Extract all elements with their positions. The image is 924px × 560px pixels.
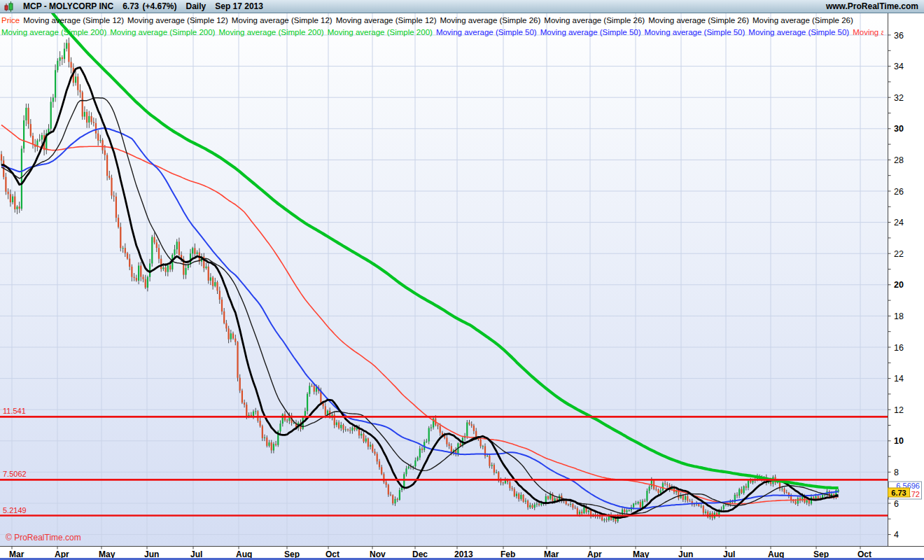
y-axis-label: 30 (894, 124, 904, 134)
candle-up (394, 499, 396, 503)
y-axis-label: 36 (894, 31, 904, 41)
candle-up (336, 422, 337, 425)
candle-up (149, 263, 150, 276)
candle-up (57, 61, 58, 70)
candle-up (176, 241, 178, 249)
x-axis-label: Apr (587, 550, 602, 559)
candle-down (97, 134, 99, 141)
indicator-row2-label-1-3: Moving average (Simple 50) (748, 28, 849, 36)
candle-down (325, 406, 326, 414)
candle-down (437, 425, 438, 426)
candle-down (640, 502, 641, 507)
candle-down (575, 507, 576, 508)
candle-down (601, 517, 603, 521)
candle-up (701, 506, 702, 507)
candle-up (588, 510, 589, 512)
candle-down (566, 501, 567, 505)
candle-up (248, 415, 249, 416)
candle-up (579, 512, 580, 514)
x-axis-label: Aug (768, 550, 784, 559)
candle-up (405, 468, 407, 474)
candle-down (786, 492, 788, 493)
candle-up (536, 504, 538, 505)
y-axis-label: 26 (894, 187, 904, 197)
candle-down (736, 495, 738, 496)
indicator-labels-row-2: Moving average (Simple 200)Moving averag… (1, 27, 883, 38)
candle-up (307, 394, 308, 412)
y-axis-label: 18 (894, 312, 904, 321)
candle-down (311, 386, 312, 386)
symbol-title: MCP - MOLYCORP INC (23, 1, 113, 11)
alert-line-label: 7.5062 (3, 470, 27, 478)
candle-up (205, 267, 206, 268)
candle-up (21, 148, 22, 209)
candle-down (154, 237, 155, 243)
indicator-row2-label-0-1: Moving average (Simple 200) (110, 28, 215, 36)
indicator-row1-label-1-1: Moving average (Simple 12) (127, 16, 228, 24)
candle-down (71, 62, 72, 68)
candle-down (440, 426, 441, 433)
candle-down (262, 426, 263, 438)
candle-down (531, 505, 533, 508)
candle-down (178, 241, 180, 255)
candle-down (460, 443, 461, 445)
candle-down (657, 489, 659, 493)
candle-up (496, 472, 497, 473)
candle-down (260, 421, 261, 426)
candle-down (241, 391, 243, 402)
y-axis-label: 24 (894, 218, 904, 227)
candle-up (360, 434, 362, 436)
indicator-row1-label-1-0: Moving average (Simple 12) (23, 16, 124, 24)
candle-down (79, 90, 80, 92)
x-axis-label: Jun (678, 550, 693, 559)
y-axis-label: 20 (894, 280, 904, 290)
candle-down (219, 290, 220, 300)
candle-down (142, 277, 144, 279)
indicator-row1-label-2-3: Moving average (Simple 26) (752, 16, 853, 24)
candle-up (370, 445, 371, 447)
candle-down (818, 496, 819, 498)
watermark: © ProRealTime.com (6, 533, 81, 542)
candle-down (783, 489, 785, 492)
candle-down (624, 510, 625, 512)
candle-down (14, 197, 15, 209)
candle-up (230, 333, 232, 339)
candle-down (104, 150, 106, 155)
candle-down (145, 279, 146, 288)
candle-down (363, 434, 364, 442)
candle-down (129, 259, 130, 267)
candle-down (388, 485, 389, 495)
candle-down (212, 277, 214, 286)
candle-down (664, 483, 666, 484)
candle-down (503, 482, 504, 483)
y-axis-label: 22 (894, 249, 904, 259)
session-date: Sep 17 2013 (215, 1, 263, 11)
candle-up (635, 503, 636, 504)
candle-up (738, 489, 740, 496)
candle-up (273, 444, 274, 450)
y-axis-label: 8 (894, 468, 899, 477)
candle-down (239, 378, 241, 391)
candle-down (93, 122, 94, 123)
candle-up (482, 446, 484, 447)
candle-down (106, 155, 108, 176)
indicator-row1-label-2-0: Moving average (Simple 26) (440, 16, 541, 24)
candle-down (208, 267, 209, 281)
candle-down (577, 508, 578, 514)
candle-down (694, 504, 695, 505)
x-axis-label: Feb (500, 550, 515, 559)
x-axis-label: Dec (412, 550, 428, 559)
candle-up (638, 502, 639, 503)
price-change: (+4.67%) (143, 1, 177, 11)
candle-down (509, 482, 510, 489)
candle-up (147, 277, 148, 288)
candle-down (266, 438, 267, 446)
candle-up (642, 500, 643, 507)
x-axis-label: May (633, 550, 650, 559)
candle-down (82, 92, 83, 117)
candle-up (748, 481, 749, 488)
website-link[interactable]: www.ProRealTime.com (826, 1, 924, 11)
x-axis-label: 2013 (454, 550, 473, 559)
candle-down (347, 429, 349, 430)
candle-down (732, 502, 734, 503)
